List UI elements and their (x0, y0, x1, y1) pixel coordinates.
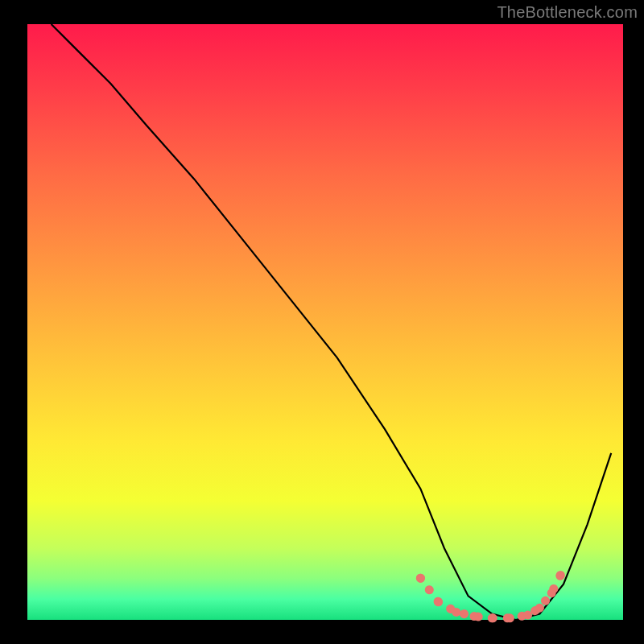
svg-point-4 (488, 613, 497, 622)
chart-frame: TheBottleneck.com (0, 0, 644, 644)
watermark-text: TheBottleneck.com (497, 3, 638, 22)
bottleneck-chart (0, 0, 644, 644)
svg-point-7 (535, 604, 544, 613)
svg-point-2 (452, 608, 460, 617)
svg-point-6 (523, 611, 532, 620)
svg-point-0 (416, 574, 425, 583)
plot-background (27, 24, 623, 620)
svg-point-9 (556, 571, 565, 580)
svg-point-5 (506, 613, 514, 622)
svg-point-1 (434, 597, 443, 606)
svg-point-3 (470, 612, 479, 621)
svg-point-8 (547, 588, 556, 597)
